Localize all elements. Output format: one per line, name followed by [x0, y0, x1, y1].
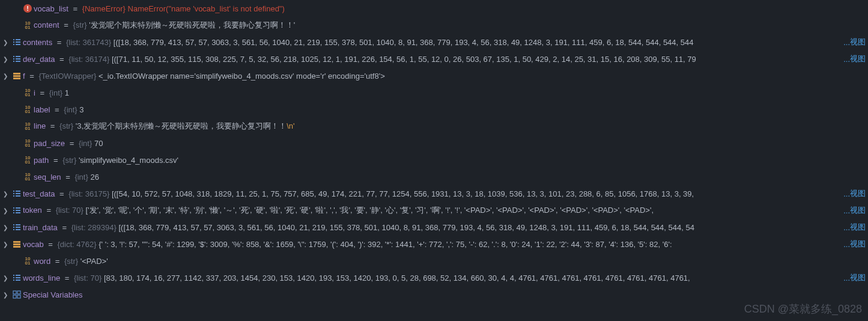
variable-row[interactable]: ❯words_line = {list: 70} [83, 180, 174, …: [0, 269, 868, 286]
variable-content: vocab_list = {NameError} NameError("name…: [34, 4, 868, 13]
variable-value: NameError("name 'vocab_list' is not defi…: [128, 4, 285, 13]
expand-arrow[interactable]: ❯: [0, 275, 11, 281]
view-link[interactable]: ...视图: [841, 34, 866, 50]
variable-type: {int}: [49, 88, 62, 97]
object-icon: [11, 72, 23, 80]
variable-name: word: [34, 257, 50, 266]
expand-arrow[interactable]: ❯: [0, 224, 11, 231]
variable-content: contents = {list: 361743} [([18, 368, 77…: [23, 38, 868, 47]
svg-rect-6: [13, 56, 14, 57]
equals-sign: =: [48, 121, 57, 130]
variable-name: line: [34, 121, 46, 130]
variable-row[interactable]: ❯Special Variables: [0, 286, 868, 303]
variable-name: content: [34, 20, 59, 29]
view-link-label: 视图: [850, 37, 866, 47]
variable-row[interactable]: 1001path = {str} 'simplifyweibo_4_moods.…: [0, 151, 868, 168]
view-link[interactable]: ...视图: [841, 236, 866, 252]
variable-content: path = {str} 'simplifyweibo_4_moods.csv': [34, 156, 868, 165]
svg-rect-22: [16, 207, 20, 209]
svg-rect-15: [13, 191, 14, 192]
variable-value: 26: [90, 173, 99, 182]
equals-sign: =: [58, 189, 67, 198]
variable-row[interactable]: ❯vocab = {dict: 4762} {' ': 3, '!': 57, …: [0, 236, 868, 252]
svg-rect-11: [16, 61, 20, 62]
variable-content: word = {str} '<PAD>': [34, 257, 868, 266]
variable-content: label = {int} 3: [34, 105, 868, 114]
svg-rect-16: [16, 191, 20, 192]
primitive-icon: 1001: [22, 173, 34, 181]
variable-content: test_data = {list: 36175} [([54, 10, 572…: [23, 189, 868, 198]
variable-type: {list: 361743}: [66, 38, 111, 47]
variable-name: train_data: [23, 223, 58, 232]
equals-sign: =: [62, 20, 71, 29]
variable-row[interactable]: ❯test_data = {list: 36175} [([54, 10, 57…: [0, 185, 868, 202]
variable-name: seq_len: [34, 173, 61, 182]
variable-type: {list: 36174}: [68, 55, 109, 64]
svg-rect-39: [16, 277, 20, 278]
variable-row[interactable]: ❯contents = {list: 361743} [([18, 368, 7…: [0, 34, 868, 50]
variable-name: test_data: [23, 189, 55, 198]
expand-arrow[interactable]: ❯: [0, 241, 11, 248]
variable-row[interactable]: 1001label = {int} 3: [0, 101, 868, 118]
view-link-label: 视图: [850, 188, 866, 199]
variable-row[interactable]: 1001pad_size = {int} 70: [0, 135, 868, 151]
view-link[interactable]: ...视图: [841, 219, 866, 236]
view-link[interactable]: ...视图: [841, 50, 866, 67]
svg-rect-40: [13, 280, 14, 281]
variable-row[interactable]: 1001word = {str} '<PAD>': [0, 252, 868, 269]
view-link[interactable]: ...视图: [841, 269, 866, 286]
primitive-icon: 1001: [22, 105, 34, 114]
variable-value: [([18, 368, 779, 413, 57, 57, 3063, 3, 5…: [114, 38, 694, 47]
variable-row[interactable]: ❯token = {list: 70} ['发', '觉', '呢', '个',…: [0, 202, 868, 219]
svg-rect-26: [16, 212, 20, 213]
expand-arrow[interactable]: ❯: [0, 56, 11, 63]
variable-type: {list: 289394}: [71, 223, 117, 232]
list-icon: [11, 274, 23, 282]
variable-value: {' ': 3, '!': 57, '"': 54, '#': 1299, '$…: [99, 240, 672, 249]
svg-rect-1: [16, 39, 20, 40]
svg-rect-9: [16, 58, 20, 60]
expand-arrow[interactable]: ❯: [0, 73, 11, 79]
primitive-icon: 1001: [22, 122, 34, 130]
variable-name: Special Variables: [23, 290, 82, 299]
expand-arrow[interactable]: ❯: [0, 207, 11, 214]
variable-row[interactable]: !vocab_list = {NameError} NameError("nam…: [0, 0, 868, 17]
equals-sign: =: [44, 206, 53, 215]
expand-arrow[interactable]: ❯: [0, 292, 11, 298]
variable-type: {str}: [64, 257, 78, 266]
variable-row[interactable]: 1001content = {str} '发觉呢个期末特别懒～死硬啦死硬啦，我要…: [0, 17, 868, 34]
variable-type: {list: 70}: [74, 274, 102, 283]
equals-sign: =: [60, 223, 69, 232]
ellipsis: ...: [843, 206, 850, 215]
list-icon: [11, 206, 23, 215]
expand-arrow[interactable]: ❯: [0, 191, 11, 197]
variable-content: dev_data = {list: 36174} [([71, 11, 50, …: [23, 55, 868, 64]
variable-row[interactable]: 1001seq_len = {int} 26: [0, 168, 868, 185]
equals-sign: =: [67, 139, 76, 148]
variable-value: [83, 180, 174, 16, 277, 1142, 337, 203, …: [104, 274, 690, 283]
list-icon: [11, 223, 23, 231]
variable-type: {dict: 4762}: [58, 240, 97, 249]
variable-row[interactable]: ❯train_data = {list: 289394} [([18, 368,…: [0, 219, 868, 236]
view-link[interactable]: ...视图: [841, 185, 866, 202]
svg-rect-32: [16, 229, 20, 230]
variable-type: {TextIOWrapper}: [38, 72, 96, 81]
variable-row[interactable]: ❯f = {TextIOWrapper} <_io.TextIOWrapper …: [0, 67, 868, 84]
variable-row[interactable]: ❯dev_data = {list: 36174} [([71, 11, 50,…: [0, 50, 868, 67]
equals-sign: =: [28, 72, 37, 81]
variable-row[interactable]: 1001i = {int} 1: [0, 84, 868, 101]
svg-rect-36: [13, 275, 14, 276]
variable-name: f: [23, 72, 25, 81]
equals-sign: =: [52, 105, 61, 114]
expand-arrow[interactable]: ❯: [0, 39, 11, 46]
view-link[interactable]: ...视图: [841, 202, 866, 219]
variable-name: path: [34, 156, 49, 165]
variable-value: '<PAD>': [80, 257, 108, 266]
svg-rect-28: [16, 224, 20, 225]
variable-name: label: [34, 105, 50, 114]
variable-type: {int}: [64, 105, 77, 114]
variable-content: i = {int} 1: [34, 88, 868, 97]
svg-rect-29: [13, 227, 14, 228]
variable-row[interactable]: 1001line = {str} '3,发觉呢个期末特别懒～死硬啦死硬啦，我要静…: [0, 118, 868, 135]
variable-name: pad_size: [34, 139, 65, 148]
